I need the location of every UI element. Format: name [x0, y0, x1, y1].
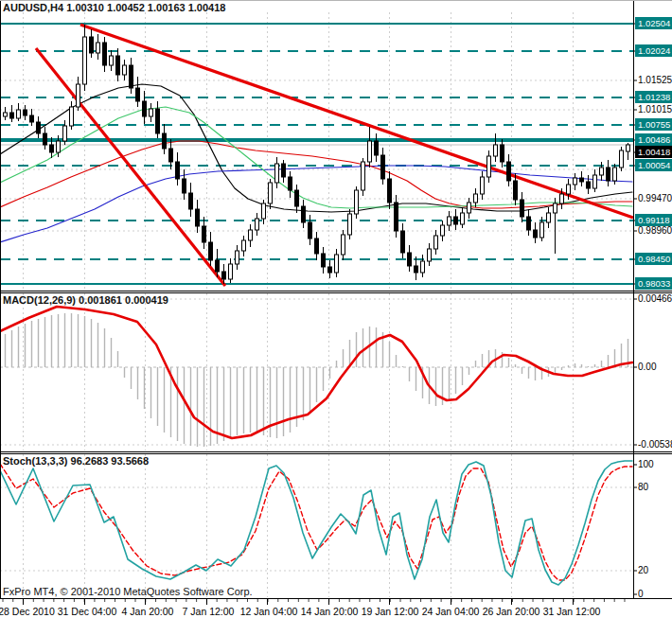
candle-body — [454, 217, 458, 224]
candle-body — [613, 168, 617, 181]
candle-body — [342, 235, 345, 255]
time-axis-label: 4 Jan 20:00 — [122, 606, 174, 617]
candle-body — [434, 236, 438, 249]
candle-body — [494, 145, 498, 156]
candle-body — [322, 254, 326, 267]
candle-body — [415, 266, 418, 273]
candle-body — [103, 43, 107, 65]
candle-body — [262, 203, 266, 219]
candle-body — [222, 272, 226, 279]
candle-body — [593, 175, 597, 188]
time-axis-label: 14 Jan 20:00 — [301, 606, 359, 617]
candle-body — [620, 150, 624, 168]
candle-body — [401, 231, 405, 253]
mt4-chart-window: AUDUSD,H4 1.00310 1.00452 1.00163 1.0041… — [0, 0, 672, 618]
candle-body — [507, 162, 511, 181]
time-axis-label: 7 Jan 12:00 — [183, 606, 235, 617]
macd-scale-label: 0.00466 — [638, 292, 672, 305]
time-axis-label: 26 Jan 20:00 — [483, 606, 540, 617]
stoch-scale-label: 0 — [638, 588, 644, 600]
candle-body — [70, 107, 74, 126]
candle-body — [116, 56, 120, 75]
candle-body — [156, 109, 160, 133]
candle-body — [169, 149, 173, 162]
candle-body — [468, 203, 471, 213]
time-axis-label: 12 Jan 04:00 — [240, 606, 298, 617]
candle-body — [302, 206, 306, 222]
time-axis-label: 31 Dec 04:00 — [58, 606, 116, 617]
candle-body — [534, 230, 538, 238]
candle-body — [176, 162, 180, 179]
candle-body — [574, 178, 577, 185]
candle-body — [328, 267, 332, 273]
candle-body — [24, 110, 27, 115]
macd-scale-label: -0.00538 — [638, 438, 672, 450]
candle-body — [63, 126, 67, 141]
candle-body — [150, 109, 153, 116]
candle-body — [587, 182, 591, 188]
candle-body — [395, 203, 398, 231]
candle-body — [474, 194, 478, 203]
candle-body — [130, 65, 133, 88]
candle-body — [348, 214, 352, 235]
candle-body — [97, 43, 100, 53]
stoch-d-line — [0, 464, 632, 580]
stoch-k-line — [0, 461, 632, 585]
candle-body — [203, 226, 206, 242]
chart-canvas[interactable] — [0, 1, 672, 618]
candle-body — [44, 133, 47, 145]
candle-body — [600, 168, 604, 175]
candle-body — [269, 183, 273, 203]
price-level-label: 1.01238 — [635, 91, 672, 103]
candle-body — [567, 185, 571, 194]
candle-body — [83, 37, 87, 84]
price-level-label: 1.02504 — [635, 17, 672, 29]
candle-body — [50, 145, 54, 152]
candle-body — [441, 225, 445, 236]
candle-body — [521, 200, 524, 217]
price-level-label: 1.00755 — [635, 118, 672, 131]
price-level-label: 1.00054 — [635, 159, 672, 171]
candle-body — [10, 113, 14, 118]
candle-body — [627, 145, 630, 151]
copyright-text: FxPro MT4, © 2001-2010 MetaQuotes Softwa… — [3, 586, 253, 597]
candle-body — [249, 230, 253, 240]
candle-body — [196, 209, 200, 226]
candle-body — [236, 251, 239, 264]
candle-body — [315, 238, 319, 254]
candle-body — [123, 65, 127, 75]
candle-body — [77, 84, 80, 107]
candle-body — [554, 203, 557, 213]
price-level-label: 0.98450 — [635, 253, 672, 265]
candle-body — [90, 37, 94, 53]
candle-body — [163, 133, 167, 149]
candle-body — [514, 181, 518, 200]
candle-body — [527, 217, 531, 230]
candle-body — [57, 141, 61, 152]
ma-red — [0, 141, 632, 208]
candle-body — [110, 56, 114, 65]
candle-body — [428, 249, 432, 261]
candle-body — [580, 178, 584, 182]
candle-body — [275, 164, 279, 183]
time-axis-label: 24 Jan 04:00 — [422, 606, 480, 617]
candle-body — [143, 101, 147, 116]
candle-body — [560, 194, 564, 203]
time-axis-label: 31 Jan 12:00 — [543, 606, 601, 617]
candle-body — [461, 213, 465, 224]
candle-body — [183, 179, 186, 193]
candle-body — [501, 145, 504, 162]
price-level-label: 0.98033 — [635, 277, 672, 290]
candle-body — [487, 156, 491, 177]
candle-body — [368, 141, 372, 162]
ma-black — [0, 84, 632, 212]
candle-body — [362, 162, 365, 190]
candle-body — [289, 177, 292, 190]
candle-body — [540, 222, 544, 238]
time-axis-label: 19 Jan 12:00 — [362, 606, 419, 617]
candle-body — [229, 264, 233, 279]
candle-body — [216, 260, 220, 272]
candle-body — [189, 193, 193, 209]
candle-body — [4, 113, 8, 116]
candle-body — [355, 190, 359, 214]
